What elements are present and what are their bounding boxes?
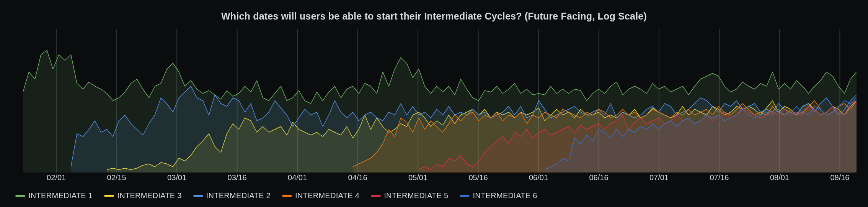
line-chart-svg	[23, 29, 857, 172]
legend-item[interactable]: INTERMEDIATE 1	[15, 191, 93, 200]
x-tick-label: 03/16	[228, 173, 247, 182]
x-tick-label: 08/16	[830, 173, 849, 182]
x-tick-label: 03/01	[167, 173, 186, 182]
plot-area[interactable]	[23, 29, 857, 172]
x-tick-label: 08/01	[770, 173, 789, 182]
x-tick-label: 02/01	[47, 173, 66, 182]
x-tick-label: 07/16	[710, 173, 729, 182]
legend-swatch	[460, 195, 470, 197]
legend-swatch	[282, 195, 292, 197]
legend-label: INTERMEDIATE 2	[206, 191, 271, 200]
legend-label: INTERMEDIATE 4	[295, 191, 359, 200]
legend-label: INTERMEDIATE 6	[473, 191, 537, 200]
chart-title: Which dates will users be able to start …	[0, 0, 868, 22]
x-tick-label: 02/15	[107, 173, 126, 182]
x-tick-label: 07/01	[649, 173, 669, 182]
legend: INTERMEDIATE 1INTERMEDIATE 3INTERMEDIATE…	[15, 191, 537, 200]
legend-label: INTERMEDIATE 3	[117, 191, 181, 200]
x-tick-label: 06/16	[589, 173, 608, 182]
x-tick-label: 05/01	[408, 173, 427, 182]
x-tick-label: 04/16	[348, 173, 367, 182]
x-tick-label: 06/01	[529, 173, 548, 182]
x-tick-label: 05/16	[468, 173, 488, 182]
x-tick-label: 04/01	[288, 173, 307, 182]
x-axis: 02/0102/1503/0103/1604/0104/1605/0105/16…	[23, 173, 857, 184]
legend-label: INTERMEDIATE 5	[384, 191, 448, 200]
legend-item[interactable]: INTERMEDIATE 2	[193, 191, 271, 200]
legend-label: INTERMEDIATE 1	[28, 191, 93, 200]
legend-swatch	[104, 195, 114, 197]
chart-panel: Which dates will users be able to start …	[0, 0, 868, 207]
legend-item[interactable]: INTERMEDIATE 6	[460, 191, 537, 200]
legend-swatch	[15, 195, 25, 197]
legend-item[interactable]: INTERMEDIATE 4	[282, 191, 359, 200]
legend-swatch	[371, 195, 381, 197]
legend-swatch	[193, 195, 203, 197]
legend-item[interactable]: INTERMEDIATE 3	[104, 191, 181, 200]
legend-item[interactable]: INTERMEDIATE 5	[371, 191, 448, 200]
